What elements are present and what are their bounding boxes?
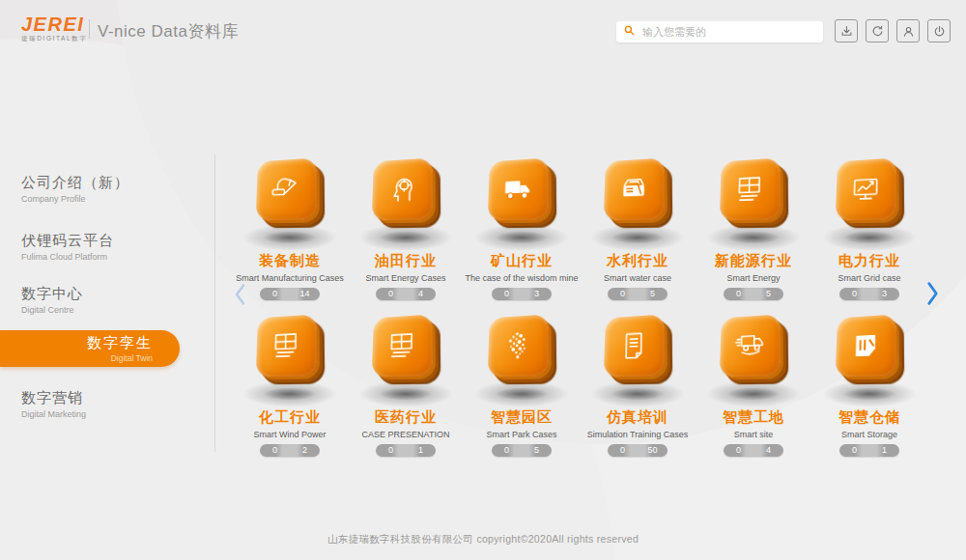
sidebar-item-label-en: Digital Marketing — [21, 409, 86, 419]
tile-subtitle-en: Smart Wind Power — [232, 430, 348, 439]
category-grid: 装备制造 Smart Manufacturing Cases 0 14 油田行业… — [232, 153, 927, 454]
tile-subtitle-en: Smart Grid case — [811, 273, 927, 283]
tile-title-cn: 装备制造 — [232, 252, 348, 270]
sidebar-item-label-cn: 公司介绍（新） — [21, 174, 129, 192]
tile-cube — [720, 157, 781, 220]
tile-11[interactable]: 智慧工地 Smart site 0 4 — [696, 309, 811, 454]
sidebar-item-label-cn: 数字孪生 — [87, 334, 153, 352]
monitor-chart-icon — [847, 171, 883, 209]
carousel-prev-button[interactable] — [232, 281, 248, 311]
tile-count-badge: 0 4 — [376, 288, 436, 300]
tile-9[interactable]: 智慧园区 Smart Park Cases 0 5 — [464, 309, 580, 454]
tile-icon-stage — [232, 309, 348, 407]
tile-count-right: 5 — [638, 288, 668, 300]
water-gate-icon — [615, 171, 651, 209]
tile-count-badge: 0 4 — [724, 444, 783, 457]
tile-count-right: 4 — [406, 288, 436, 300]
tile-drop-shadow — [590, 380, 685, 407]
tile-drop-shadow — [474, 380, 569, 407]
footer-copyright: 山东捷瑞数字科技股份有限公司 copyright©2020All rights … — [0, 533, 966, 546]
tile-icon-stage — [580, 309, 696, 407]
tile-row-1: 装备制造 Smart Manufacturing Cases 0 14 油田行业… — [232, 153, 927, 297]
tile-icon-stage — [464, 153, 580, 251]
tile-4[interactable]: 水利行业 Smart water case 0 5 — [580, 153, 696, 297]
tile-cube — [488, 157, 549, 220]
tile-cube — [256, 314, 317, 377]
tile-count-badge: 0 3 — [492, 288, 552, 300]
user-button[interactable] — [896, 19, 920, 42]
truck-icon — [499, 171, 535, 209]
tile-subtitle-en: Smart Energy — [696, 273, 811, 283]
tile-title-cn: 化工行业 — [232, 408, 348, 427]
tile-count-right: 5 — [522, 444, 552, 457]
logo: JEREI 捷瑞DIGITAL数字 — [21, 14, 87, 42]
tile-2[interactable]: 油田行业 Smart Energy Cases 0 4 — [348, 153, 464, 297]
tile-count-left: 0 — [839, 288, 869, 300]
tile-row-2: 化工行业 Smart Wind Power 0 2 医药行业 CASE PRES… — [232, 309, 927, 454]
logo-wordmark: JEREI — [21, 14, 87, 34]
tile-icon-stage — [348, 309, 464, 407]
tile-count-right: 1 — [869, 444, 899, 457]
tile-title-cn: 矿山行业 — [464, 252, 580, 270]
tile-count-badge: 0 1 — [839, 444, 899, 457]
tile-count-right: 1 — [406, 444, 436, 457]
tile-icon-stage — [696, 309, 811, 407]
search-input[interactable] — [640, 25, 816, 39]
download-button[interactable] — [835, 19, 858, 42]
tile-count-badge: 0 5 — [724, 288, 783, 300]
search-box[interactable] — [616, 21, 823, 42]
power-button[interactable] — [927, 19, 951, 42]
tile-5[interactable]: 新能源行业 Smart Energy 0 5 — [696, 153, 811, 297]
tile-cube — [720, 314, 781, 377]
tile-count-left: 0 — [839, 444, 869, 457]
head-gear-icon — [384, 171, 419, 209]
tile-drop-shadow — [706, 224, 801, 251]
sidebar-item-label-cn: 数字营销 — [21, 389, 86, 407]
tile-count-right: 3 — [522, 288, 552, 300]
tile-1[interactable]: 装备制造 Smart Manufacturing Cases 0 14 — [232, 153, 348, 297]
tile-drop-shadow — [822, 224, 917, 251]
power-icon — [932, 24, 947, 39]
tile-count-badge: 0 2 — [260, 444, 320, 457]
tile-title-cn: 电力行业 — [811, 252, 927, 270]
sidebar-item-2[interactable]: 伏锂码云平台 Fulima Cloud Platform — [0, 232, 114, 262]
tile-8[interactable]: 医药行业 CASE PRESENATION 0 1 — [348, 309, 464, 454]
header: JEREI 捷瑞DIGITAL数字 V-nice Data资料库 — [0, 0, 966, 54]
logo-subtext: 捷瑞DIGITAL数字 — [21, 36, 87, 42]
search-icon — [623, 23, 636, 41]
tile-count-left: 0 — [492, 288, 522, 300]
chevron-left-icon — [232, 296, 248, 311]
page-title: V-nice Data资料库 — [98, 20, 239, 42]
tile-count-left: 0 — [608, 288, 638, 300]
sidebar-item-4[interactable]: 数字孪生 Digital Twin — [0, 330, 180, 367]
tile-count-badge: 0 1 — [376, 444, 436, 457]
tile-title-cn: 新能源行业 — [696, 252, 811, 270]
tile-3[interactable]: 矿山行业 The case of the wisdom mine 0 3 — [464, 153, 580, 297]
tile-subtitle-en: The case of the wisdom mine — [464, 273, 580, 283]
tile-icon-stage — [348, 153, 464, 251]
tile-title-cn: 智慧仓储 — [811, 408, 927, 427]
carousel-next-button[interactable] — [923, 279, 942, 311]
tile-drop-shadow — [358, 224, 453, 251]
tile-12[interactable]: 智慧仓储 Smart Storage 0 1 — [811, 309, 927, 454]
tile-drop-shadow — [706, 380, 801, 407]
tile-7[interactable]: 化工行业 Smart Wind Power 0 2 — [232, 309, 348, 454]
tile-icon-stage — [811, 309, 927, 407]
sidebar-item-3[interactable]: 数字中心 Digital Centre — [0, 285, 83, 315]
tile-subtitle-en: Smart Energy Cases — [348, 273, 464, 283]
tile-cube — [836, 314, 896, 377]
tile-drop-shadow — [358, 380, 453, 407]
tile-count-left: 0 — [260, 444, 290, 457]
sidebar-item-5[interactable]: 数字营销 Digital Marketing — [0, 389, 86, 419]
tile-subtitle-en: Smart Manufacturing Cases — [232, 273, 348, 283]
storage-logo-icon — [847, 327, 883, 365]
tile-count-badge: 0 5 — [492, 444, 552, 457]
tile-icon-stage — [232, 153, 348, 251]
tile-count-left: 0 — [260, 288, 290, 300]
sidebar-item-1[interactable]: 公司介绍（新） Company Profile — [0, 174, 129, 204]
tile-cube — [372, 314, 433, 377]
tile-6[interactable]: 电力行业 Smart Grid case 0 3 — [811, 153, 927, 297]
refresh-button[interactable] — [866, 19, 889, 42]
tile-drop-shadow — [590, 224, 685, 251]
tile-10[interactable]: 仿真培训 Simulation Training Cases 0 50 — [580, 309, 696, 454]
